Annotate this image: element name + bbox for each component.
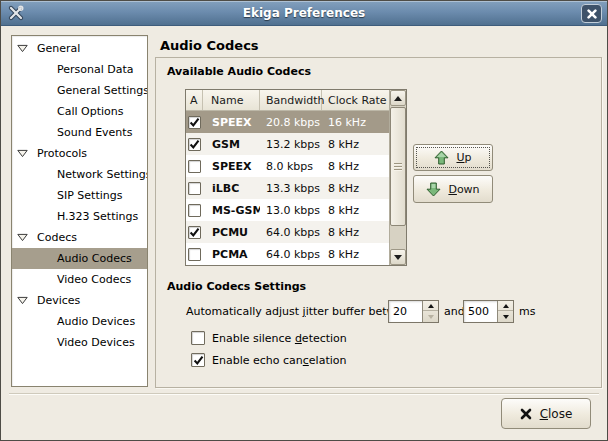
jitter-buffer-label: Automatically adjust jitter buffer betwe… [186, 305, 416, 318]
spin-up-button[interactable] [498, 301, 513, 311]
sidebar-item-sound-events[interactable]: Sound Events [12, 122, 147, 143]
codec-enabled-checkbox[interactable] [188, 138, 201, 151]
codec-cell-clock-rate: 16 kHz [322, 116, 389, 129]
check-icon [189, 227, 200, 238]
scroll-up-button[interactable] [390, 90, 406, 106]
silence-detection-label[interactable]: Enable silence detection [212, 332, 347, 345]
check-icon [189, 139, 200, 150]
codec-cell-name: MS-GSM [203, 204, 260, 217]
jitter-max-spinner [463, 300, 514, 323]
spin-up-icon [503, 304, 509, 308]
close-x-glyph-icon [520, 408, 532, 420]
table-scrollbar[interactable] [389, 90, 406, 265]
expander-open-icon[interactable] [17, 296, 28, 305]
codec-cell-name: iLBC [203, 182, 260, 195]
sidebar-item-label: Video Devices [57, 336, 135, 349]
sidebar-tree: GeneralPersonal DataGeneral SettingsCall… [11, 35, 148, 387]
sidebar-item-sip-settings[interactable]: SIP Settings [12, 185, 147, 206]
column-header-name[interactable]: Name [203, 90, 260, 110]
spin-down-icon [428, 315, 434, 319]
codec-cell-clock-rate: 8 kHz [322, 138, 389, 151]
expander-open-icon[interactable] [17, 149, 28, 158]
codec-enabled-checkbox[interactable] [188, 182, 201, 195]
expander-open-icon[interactable] [17, 44, 28, 53]
codec-cell-bandwidth: 13.3 kbps [260, 182, 322, 195]
sidebar-section-protocols[interactable]: Protocols [12, 143, 147, 164]
check-icon [189, 117, 200, 128]
column-header-bandwidth[interactable]: Bandwidth [260, 90, 322, 110]
sidebar-item-label: Audio Devices [57, 315, 135, 328]
codec-enabled-checkbox[interactable] [188, 204, 201, 217]
spin-down-button[interactable] [423, 312, 438, 322]
silence-detection-checkbox[interactable] [191, 331, 205, 345]
expander-open-icon[interactable] [17, 233, 28, 242]
codec-row-ilbc-3[interactable]: iLBC13.3 kbps8 kHz [186, 177, 389, 199]
titlebar[interactable]: Ekiga Preferences [1, 1, 607, 26]
codec-enabled-checkbox[interactable] [188, 226, 201, 239]
codec-cell-clock-rate: 8 kHz [322, 160, 389, 173]
codec-cell-name: SPEEX [203, 116, 260, 129]
sidebar-item-label: Personal Data [57, 63, 134, 76]
close-button-label: Close [540, 407, 573, 421]
echo-cancelation-checkbox[interactable] [191, 353, 205, 367]
codecs-settings-title: Audio Codecs Settings [167, 280, 306, 293]
column-header-a[interactable]: A [186, 90, 203, 110]
codec-cell-bandwidth: 64.0 kbps [260, 248, 322, 261]
jitter-min-input[interactable] [389, 301, 422, 322]
move-up-button[interactable]: Up [413, 144, 493, 171]
move-up-label: Up [456, 151, 471, 164]
scroll-up-icon [394, 96, 402, 101]
move-down-label: Down [448, 183, 479, 196]
codec-cell-enabled [186, 204, 203, 217]
spin-up-button[interactable] [423, 301, 438, 311]
sidebar-item-audio-codecs[interactable]: Audio Codecs [12, 248, 147, 269]
codec-enabled-checkbox[interactable] [188, 248, 201, 261]
codec-cell-bandwidth: 13.2 kbps [260, 138, 322, 151]
sidebar-item-label: Audio Codecs [57, 252, 132, 265]
codec-cell-name: SPEEX [203, 160, 260, 173]
codec-enabled-checkbox[interactable] [188, 116, 201, 129]
codec-row-gsm-1[interactable]: GSM13.2 kbps8 kHz [186, 133, 389, 155]
sidebar-item-personal-data[interactable]: Personal Data [12, 59, 147, 80]
sidebar-item-network-settings[interactable]: Network Settings [12, 164, 147, 185]
sidebar-item-h-323-settings[interactable]: H.323 Settings [12, 206, 147, 227]
codec-cell-name: PCMU [203, 226, 260, 239]
codec-cell-clock-rate: 8 kHz [322, 204, 389, 217]
close-button[interactable]: Close [501, 398, 591, 429]
jitter-min-spinner [388, 300, 439, 323]
window-close-button[interactable] [581, 4, 602, 23]
sidebar-item-label: Call Options [57, 105, 123, 118]
codec-row-pcmu-5[interactable]: PCMU64.0 kbps8 kHz [186, 221, 389, 243]
codec-table-header: A Name Bandwidth Clock Rate [186, 90, 389, 111]
jitter-max-input[interactable] [464, 301, 497, 322]
codec-enabled-checkbox[interactable] [188, 160, 201, 173]
main-frame: Available Audio Codecs A Name Bandwidth … [155, 57, 602, 388]
sidebar-section-general[interactable]: General [12, 38, 147, 59]
sidebar-section-codecs[interactable]: Codecs [12, 227, 147, 248]
sidebar-section-devices[interactable]: Devices [12, 290, 147, 311]
window-title: Ekiga Preferences [1, 1, 607, 25]
codec-row-pcma-6[interactable]: PCMA64.0 kbps8 kHz [186, 243, 389, 265]
codec-row-ms-gsm-4[interactable]: MS-GSM13.0 kbps8 kHz [186, 199, 389, 221]
codec-cell-enabled [186, 248, 203, 261]
codec-row-speex-2[interactable]: SPEEX8.0 kbps8 kHz [186, 155, 389, 177]
move-down-button[interactable]: Down [413, 175, 493, 203]
sidebar-item-audio-devices[interactable]: Audio Devices [12, 311, 147, 332]
codec-cell-bandwidth: 20.8 kbps [260, 116, 322, 129]
scroll-down-button[interactable] [390, 249, 406, 265]
sidebar-section-label: Protocols [37, 147, 87, 160]
sidebar-item-general-settings[interactable]: General Settings [12, 80, 147, 101]
spin-up-icon [428, 304, 434, 308]
spin-down-button[interactable] [498, 312, 513, 322]
codec-cell-name: GSM [203, 138, 260, 151]
sidebar-item-video-codecs[interactable]: Video Codecs [12, 269, 147, 290]
echo-cancelation-label[interactable]: Enable echo cancelation [212, 354, 346, 367]
close-x-icon [587, 9, 597, 19]
green-arrow-down-icon [426, 182, 441, 197]
scrollbar-thumb[interactable] [390, 107, 406, 226]
codec-row-speex-0[interactable]: SPEEX20.8 kbps16 kHz [186, 111, 389, 133]
sidebar-item-video-devices[interactable]: Video Devices [12, 332, 147, 353]
codec-cell-enabled [186, 116, 203, 129]
sidebar-item-call-options[interactable]: Call Options [12, 101, 147, 122]
column-header-clock-rate[interactable]: Clock Rate [322, 90, 389, 110]
